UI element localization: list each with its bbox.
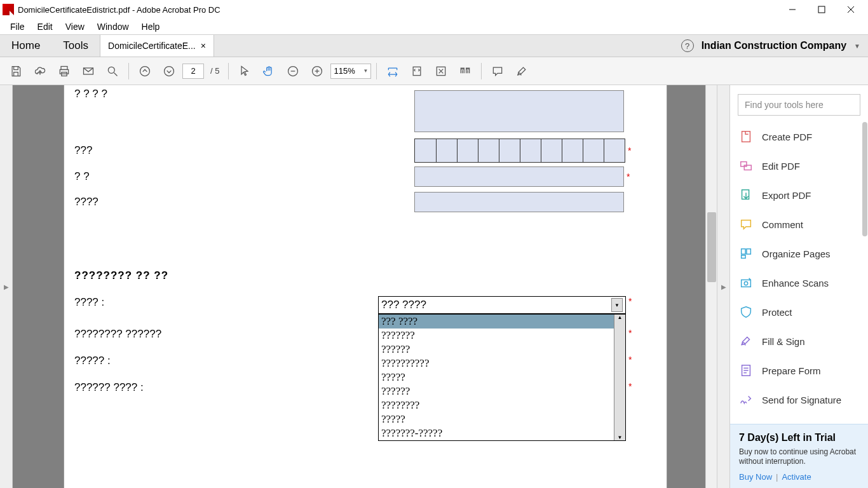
tab-document[interactable]: DomicileCertificateE... ×	[100, 35, 214, 57]
fit-page-button[interactable]	[406, 60, 428, 82]
vertical-scrollbar[interactable]	[705, 85, 717, 488]
tools-list: Create PDF Edit PDF Export PDF Comment O…	[730, 122, 868, 424]
dropdown-option[interactable]: ??????	[379, 342, 625, 356]
tab-tools[interactable]: Tools	[51, 35, 100, 57]
menu-help[interactable]: Help	[135, 20, 166, 33]
dropdown-option[interactable]: ??????	[379, 384, 625, 398]
section-heading: ???????? ?? ??	[74, 269, 656, 282]
svg-point-27	[744, 281, 748, 285]
required-marker: *	[628, 381, 632, 391]
menu-window[interactable]: Window	[91, 20, 135, 33]
tool-fill-sign[interactable]: Fill & Sign	[730, 327, 868, 356]
maximize-button[interactable]	[807, 0, 836, 19]
tab-home[interactable]: Home	[0, 35, 51, 57]
menu-bar: File Edit View Window Help	[0, 19, 868, 34]
tab-close-icon[interactable]: ×	[201, 41, 206, 51]
minimize-button[interactable]	[778, 0, 807, 19]
form-label: ?????? ???? :	[74, 381, 378, 394]
next-page-button[interactable]	[158, 60, 180, 82]
title-bar: DomicileCertificateEdistrict.pdf - Adobe…	[0, 0, 868, 19]
trial-title: 7 Day(s) Left in Trial	[739, 432, 859, 444]
svg-line-9	[114, 72, 118, 76]
tool-organize-pages[interactable]: Organize Pages	[730, 239, 868, 268]
tool-enhance-scans[interactable]: Enhance Scans	[730, 268, 868, 297]
dropdown-option[interactable]: ???????	[379, 329, 625, 342]
close-button[interactable]	[836, 0, 865, 19]
dropdown-scrollbar[interactable]: ▲▼	[614, 315, 625, 440]
menu-file[interactable]: File	[4, 20, 31, 33]
tool-send-signature[interactable]: Send for Signature	[730, 385, 868, 414]
account-name[interactable]: Indian Construction Company	[702, 40, 846, 51]
form-segmented-input[interactable]	[414, 139, 625, 163]
tool-protect[interactable]: Protect	[730, 297, 868, 327]
form-label: ? ? ? ?	[74, 88, 414, 100]
tool-prepare-form[interactable]: Prepare Form	[730, 356, 868, 385]
svg-rect-19	[742, 132, 750, 142]
zoom-out-button[interactable]	[282, 60, 304, 82]
menu-edit[interactable]: Edit	[31, 20, 59, 33]
chevron-down-icon[interactable]: ▼	[854, 43, 860, 50]
mail-button[interactable]	[78, 60, 99, 82]
svg-rect-26	[742, 280, 751, 287]
form-label: ????	[74, 196, 414, 208]
fullscreen-button[interactable]	[430, 60, 452, 82]
activate-link[interactable]: Activate	[782, 472, 811, 482]
dropdown-option[interactable]: ?????	[379, 370, 625, 384]
chevron-down-icon[interactable]: ▼	[611, 298, 623, 312]
tool-comment[interactable]: Comment	[730, 210, 868, 239]
buy-now-link[interactable]: Buy Now	[739, 472, 772, 482]
form-dropdown[interactable]: ??? ???? ▼	[378, 296, 626, 314]
left-panel-toggle[interactable]: ▶	[0, 85, 13, 488]
cloud-button[interactable]	[29, 60, 51, 82]
scrollbar-thumb[interactable]	[707, 212, 716, 282]
search-button[interactable]	[102, 60, 123, 82]
page-total-label: / 5	[207, 66, 223, 76]
main-area: ▶ ? ? ? ? ???* ? ?* ???? ???????? ?? ?? …	[0, 85, 868, 488]
form-input[interactable]	[414, 166, 624, 187]
zoom-select[interactable]: 115%▼	[330, 64, 371, 79]
required-marker: *	[627, 172, 630, 182]
pointer-tool-button[interactable]	[234, 60, 255, 82]
required-marker: *	[628, 146, 631, 156]
document-viewport[interactable]: ? ? ? ? ???* ? ?* ???? ???????? ?? ?? ??…	[13, 85, 705, 488]
dropdown-option[interactable]: ????????	[379, 398, 625, 412]
hand-tool-button[interactable]	[258, 60, 280, 82]
separator	[128, 63, 129, 79]
tool-edit-pdf[interactable]: Edit PDF	[730, 151, 868, 180]
dropdown-option[interactable]: ??????????	[379, 356, 625, 370]
scrollbar-thumb[interactable]	[862, 122, 867, 236]
tools-search-input[interactable]: Find your tools here	[738, 94, 860, 116]
dropdown-list: ??? ???? ??????? ?????? ?????????? ?????…	[378, 314, 626, 441]
page-number-input[interactable]	[182, 64, 204, 79]
form-input[interactable]	[414, 192, 624, 212]
read-mode-button[interactable]	[454, 60, 476, 82]
save-button[interactable]	[5, 60, 27, 82]
tools-scrollbar[interactable]	[862, 122, 868, 424]
print-button[interactable]	[53, 60, 75, 82]
sign-button[interactable]	[511, 60, 532, 82]
trial-subtitle: Buy now to continue using Acrobat withou…	[739, 447, 859, 467]
search-placeholder: Find your tools here	[745, 100, 824, 110]
fit-width-button[interactable]	[382, 60, 403, 82]
chevron-down-icon: ▼	[363, 68, 369, 74]
window-controls	[778, 0, 865, 19]
svg-rect-1	[818, 6, 825, 13]
dropdown-option[interactable]: ??? ????	[379, 315, 625, 329]
right-panel-toggle[interactable]: ▶	[717, 85, 729, 488]
acrobat-icon	[3, 4, 14, 15]
tool-create-pdf[interactable]: Create PDF	[730, 122, 868, 151]
help-icon[interactable]: ?	[681, 39, 694, 52]
comment-button[interactable]	[487, 60, 508, 82]
form-label: ? ?	[74, 170, 414, 183]
tool-export-pdf[interactable]: Export PDF	[730, 180, 868, 210]
zoom-in-button[interactable]	[306, 60, 328, 82]
svg-rect-24	[747, 249, 750, 254]
dropdown-option[interactable]: ???????-?????	[379, 426, 625, 440]
form-textarea[interactable]	[414, 90, 624, 132]
menu-view[interactable]: View	[59, 20, 91, 33]
dropdown-option[interactable]: ?????	[379, 412, 625, 426]
form-label: ???	[74, 144, 414, 157]
svg-rect-4	[61, 66, 67, 69]
prev-page-button[interactable]	[134, 60, 156, 82]
zoom-value: 115%	[334, 66, 355, 76]
